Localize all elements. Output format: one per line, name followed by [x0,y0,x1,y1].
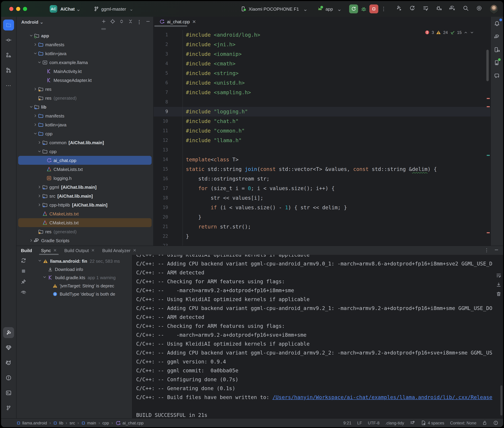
build-console[interactable]: C/C++: -- Using KleidiAI optimized kerne… [132,255,503,418]
tree-row[interactable]: ai_chat.cpp [18,156,152,165]
chevron-up-icon[interactable] [464,30,468,34]
tool-stripe-problems-button[interactable] [3,372,14,383]
build-tree-row[interactable]: 'jvmTarget: String' is deprec [30,281,132,290]
gear-button[interactable] [476,5,482,13]
tree-row[interactable]: logging.h [18,174,152,182]
tree-row[interactable]: cpp [18,129,152,138]
code-line[interactable]: 9#include "logging.h" [154,107,490,116]
more-vertical-icon[interactable]: ⋮ [381,6,386,12]
project-view-selector[interactable]: Android [21,19,38,25]
code-line[interactable]: 6#include <unistd.h> [154,78,490,88]
breadcrumb-item[interactable]: cpp [102,420,109,425]
tree-row[interactable]: ggml[AiChat.lib.main] [18,182,152,191]
more-v-icon[interactable]: ⋮ [484,247,489,254]
code-area[interactable]: 1#include <android/log.h>2#include <jni.… [154,26,490,246]
error-stripe-mark[interactable] [487,232,490,233]
code-line[interactable]: 17 for (size_t i = 0; i < values.size();… [154,184,490,193]
build-tree-row[interactable]: build.gradle.ktsapp 1 warning [30,273,132,281]
build-run-button[interactable] [396,5,402,13]
locate-icon[interactable] [110,19,115,25]
file-encoding[interactable]: UTF-8 [368,420,379,425]
hide-icon[interactable] [494,247,499,254]
tree-row[interactable]: Gradle Scripts [18,236,152,245]
tool-stripe-branch-button[interactable] [3,403,14,413]
error-stripe-mark[interactable] [487,98,490,99]
build-tab-build-output[interactable]: Build Output✕ [62,246,97,255]
macos-window-controls[interactable] [9,7,27,11]
right-stripe-running-devices-button[interactable] [492,58,502,67]
user-avatar[interactable] [489,4,498,13]
close-icon[interactable]: ✕ [53,248,57,253]
code-line[interactable]: 10#include "chat.h" [154,116,490,126]
tool-stripe-hammer-button[interactable] [3,327,14,338]
lint-config[interactable]: .clang-tidy [385,420,404,425]
code-line[interactable]: 15static std::string join(const std::vec… [154,165,490,174]
breadcrumb-item[interactable]: ai_chat.cpp [115,420,144,426]
branch-selector[interactable]: ggml-master ⌄ [94,6,133,12]
editor-scrollbar[interactable] [486,50,489,81]
scrollbar-thumb[interactable] [101,28,106,30]
expand-all-icon[interactable] [119,19,124,25]
code-line[interactable]: 8 [154,97,490,107]
breadcrumb-item[interactable]: src [70,420,75,425]
line-ending[interactable]: LF [357,420,362,425]
close-icon[interactable]: ✕ [133,248,136,253]
build-tree-row[interactable]: llama.android: fin22 sec, 583 ms [30,257,132,265]
tool-stripe-terminal-button[interactable] [3,387,14,398]
build-tree-row[interactable]: BuildType 'debug' is both de [30,290,132,298]
code-line[interactable]: 20 } [154,212,490,222]
plus-icon[interactable] [101,19,106,25]
tool-stripe-pull-request-button[interactable] [3,65,14,76]
tree-row[interactable]: res(generated) [18,227,152,236]
tree-row[interactable]: CMakeLists.txt [18,165,152,174]
build-tab-sync[interactable]: Sync✕ [39,246,59,255]
code-line[interactable]: 14template<class T> [154,155,490,165]
sync-button[interactable] [20,258,26,265]
stop-square-button[interactable] [20,268,26,275]
close-icon[interactable]: ✕ [91,248,95,253]
tree-row[interactable]: com.example.llama [18,58,152,67]
hide-icon[interactable] [145,19,151,25]
tree-row[interactable]: MainActivity.kt [18,67,152,76]
tree-row[interactable]: app [18,31,152,40]
right-stripe-gemini-button[interactable] [492,71,502,81]
code-line[interactable]: 19 if (i < values.size() - 1) { str << d… [154,203,490,212]
console-scrollbar[interactable] [500,385,503,415]
indent-setting[interactable]: 4 spaces [421,420,444,425]
more-v-icon[interactable]: ⋮ [137,19,142,25]
caret-position[interactable]: 9:21 [343,420,351,425]
code-line[interactable]: 12#include "llama.h" [154,136,490,145]
run-config-selector[interactable]: app [325,6,333,11]
code-line[interactable]: 7#include <sampling.h> [154,88,490,97]
tree-row[interactable]: src[AiChat.lib.main] [18,191,152,200]
exclamation-circle-icon[interactable] [493,420,498,425]
code-line[interactable]: 5#include <string> [154,68,490,78]
code-line[interactable]: 23 [154,241,490,246]
device-selector[interactable]: Xiaomi POCOPHONE F1 [249,6,299,11]
tab-ai-chat-cpp[interactable]: ai_chat.cpp ✕ [156,19,199,24]
breadcrumb-item[interactable]: lib [53,420,63,425]
chevron-down-icon[interactable] [470,30,474,34]
debug-button[interactable] [361,6,367,12]
restart-activity-button[interactable]: A [409,5,415,13]
code-style-icon[interactable] [410,420,415,425]
console-link[interactable]: /Users/hanyin/Workspace/ai-chat/examples… [273,394,492,400]
close-icon[interactable]: ✕ [192,19,196,24]
tree-row[interactable]: manifests [18,40,152,49]
tree-row[interactable]: MessageAdapter.kt [18,76,152,85]
scroll-end-button[interactable] [496,282,501,289]
rerun-button[interactable] [349,4,358,13]
tool-stripe-diamond-button[interactable] [3,342,14,353]
tool-stripe-logcat-button[interactable] [3,357,14,368]
eye-button[interactable] [20,289,26,297]
tree-row[interactable]: CMakeLists.txt [18,218,152,227]
code-line[interactable]: 22} [154,231,490,241]
tool-stripe-commit-button[interactable] [3,35,14,46]
close-window-button[interactable] [9,7,13,11]
maximize-window-button[interactable] [23,7,27,11]
breadcrumb-item[interactable]: llama.android [17,420,47,425]
breadcrumb-item[interactable]: main [81,420,96,425]
breadcrumb[interactable]: llama.android›lib›src›main›cpp›ai_chat.c… [17,420,144,426]
right-stripe-bell-button[interactable] [492,19,502,28]
code-line[interactable]: 13 [154,145,490,155]
